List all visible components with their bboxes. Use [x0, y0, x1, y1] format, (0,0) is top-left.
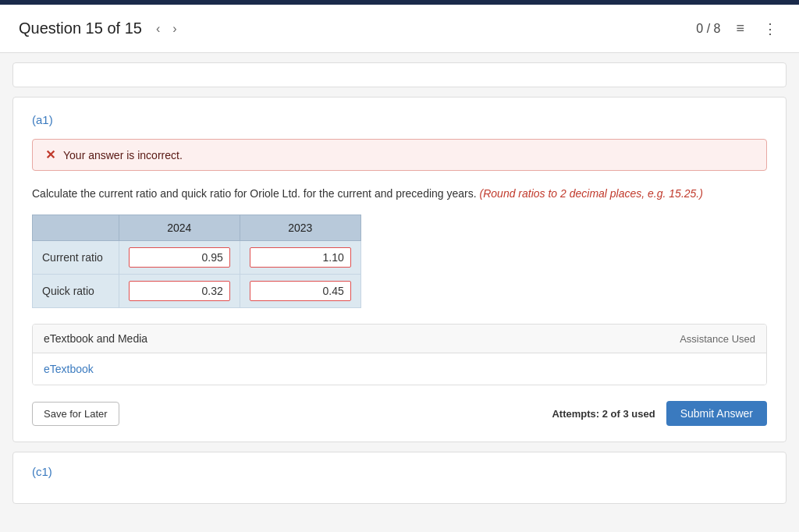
save-later-button[interactable]: Save for Later — [32, 402, 119, 426]
input-row1-col1[interactable] — [129, 281, 230, 301]
question-text: Calculate the current ratio and quick ra… — [32, 185, 767, 202]
table-row: Quick ratio — [33, 275, 361, 308]
attempts-text: Attempts: 2 of 3 used — [552, 408, 655, 420]
table-col2-header: 2023 — [240, 215, 360, 241]
table-row: Current ratio — [33, 241, 361, 275]
input-row0-col2[interactable] — [250, 247, 351, 268]
prev-question-button[interactable]: ‹ — [151, 19, 165, 39]
input-row1-col2[interactable] — [250, 281, 351, 301]
table-empty-header — [33, 215, 119, 241]
row-label-1: Quick ratio — [33, 275, 119, 308]
etextbook-link[interactable]: eTextbook — [44, 363, 94, 375]
part-c1-label: (c1) — [32, 465, 767, 478]
part-a1-label: (a1) — [32, 113, 767, 126]
score-display: 0 / 8 — [696, 22, 720, 36]
table-col1-header: 2024 — [119, 215, 240, 241]
list-icon-button[interactable]: ≡ — [733, 17, 748, 40]
assistance-used-label: Assistance Used — [680, 333, 755, 345]
round-instruction: (Round ratios to 2 decimal places, e.g. … — [480, 187, 703, 200]
input-row0-col1[interactable] — [129, 247, 230, 268]
next-question-button[interactable]: › — [168, 19, 181, 39]
part-c1-card: (c1) — [12, 452, 787, 504]
part-a1-card: (a1) ✕ Your answer is incorrect. Calcula… — [12, 97, 787, 442]
incorrect-notice: ✕ Your answer is incorrect. — [32, 139, 767, 171]
row-label-0: Current ratio — [33, 241, 119, 275]
submit-answer-button[interactable]: Submit Answer — [666, 401, 767, 426]
incorrect-x-icon: ✕ — [45, 147, 55, 162]
ratio-table: 2024 2023 Current ratioQuick ratio — [32, 215, 361, 308]
etextbook-section: eTextbook and Media Assistance Used eTex… — [32, 324, 767, 385]
question-title: Question 15 of 15 — [19, 20, 142, 37]
etextbook-title: eTextbook and Media — [44, 332, 147, 345]
truncated-section — [12, 62, 787, 87]
incorrect-message: Your answer is incorrect. — [63, 149, 183, 161]
more-icon-button[interactable]: ⋮ — [760, 17, 780, 41]
header: Question 15 of 15 ‹ › 0 / 8 ≡ ⋮ — [0, 5, 799, 53]
